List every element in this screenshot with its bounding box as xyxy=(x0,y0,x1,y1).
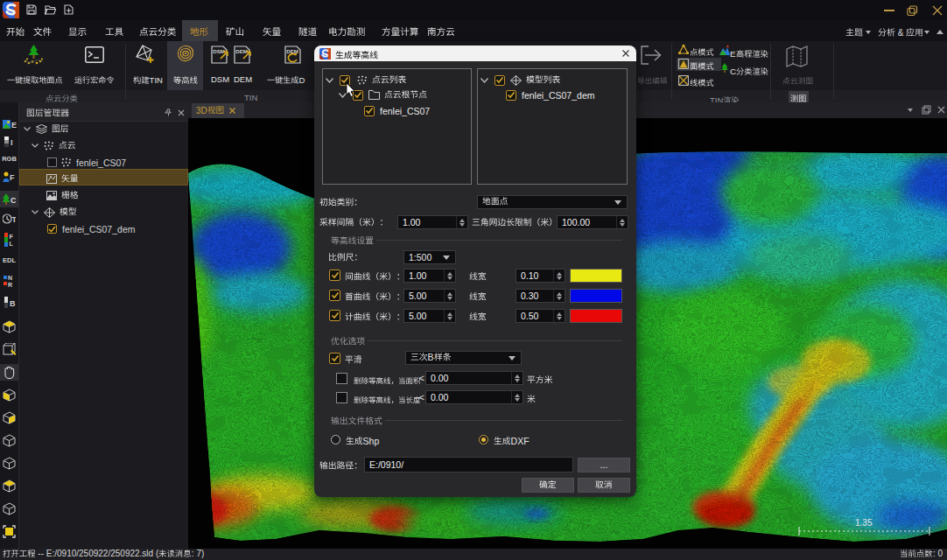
svg-text:T: T xyxy=(12,215,17,224)
svg-text:1.35: 1.35 xyxy=(855,518,873,528)
svg-text:C: C xyxy=(11,196,16,205)
svg-text:L: L xyxy=(9,241,13,247)
svg-text:DEM: DEM xyxy=(235,48,248,54)
svg-text:F: F xyxy=(9,234,13,240)
svg-text:E: E xyxy=(11,121,17,130)
svg-text:N: N xyxy=(8,275,12,281)
svg-text:DSM: DSM xyxy=(213,48,225,54)
svg-text:R: R xyxy=(8,282,12,288)
svg-text:B: B xyxy=(10,299,16,308)
svg-text:F: F xyxy=(10,173,15,182)
svg-text:I: I xyxy=(11,138,13,147)
